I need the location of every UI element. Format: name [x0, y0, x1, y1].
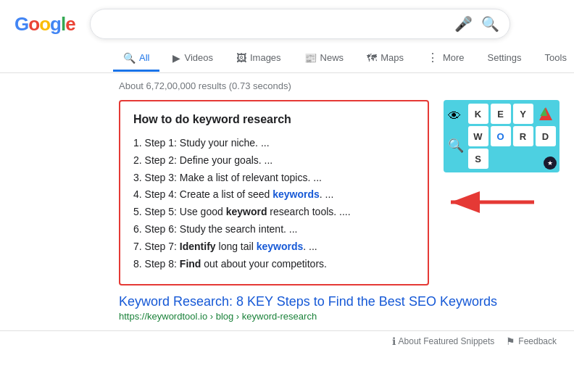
side-panel: 👁 🔍 K E Y W O R D S	[444, 100, 560, 285]
tab-videos[interactable]: ▶ Videos	[162, 45, 223, 72]
nav-settings-group: Settings Tools	[478, 45, 574, 71]
result-link-url: https://keywordtool.io › blog › keyword-…	[119, 311, 560, 322]
search-bar[interactable]: how to find keywords for seo 🎤 🔍	[90, 9, 510, 39]
kw-letter-k: K	[468, 104, 488, 124]
search-input[interactable]: how to find keywords for seo	[101, 17, 454, 30]
list-item: Step 5: Use good keyword research tools.…	[133, 204, 415, 221]
kw-letter-o: O	[491, 126, 511, 146]
feedback-icon: ⚑	[506, 335, 515, 347]
tools-link[interactable]: Tools	[535, 45, 574, 71]
tab-more[interactable]: ⋮ More	[417, 43, 475, 72]
feedback-link[interactable]: ⚑ Feedback	[506, 335, 557, 347]
list-item: Step 1: Study your niche. ...	[133, 135, 415, 152]
list-item: Step 7: Identify long tail keywords. ...	[133, 238, 415, 256]
about-snippets-link[interactable]: ℹ About Featured Snippets	[392, 335, 495, 347]
kw-letter-e1: E	[491, 104, 511, 124]
all-icon: 🔍	[123, 52, 136, 64]
settings-link[interactable]: Settings	[478, 45, 532, 71]
results-count: About 6,72,00,000 results (0.73 seconds)	[0, 73, 574, 94]
videos-icon: ▶	[172, 52, 180, 64]
snippet-steps: Step 1: Study your niche. ... Step 2: De…	[133, 135, 415, 272]
images-icon: 🖼	[236, 52, 246, 64]
list-item: Step 4: Create a list of seed keywords. …	[133, 186, 415, 204]
list-item: Step 8: Find out about your competitors.	[133, 256, 415, 273]
keywords-image: 👁 🔍 K E Y W O R D S	[444, 100, 560, 172]
list-item: Step 6: Study the search intent. ...	[133, 221, 415, 238]
tab-news[interactable]: 📰 News	[294, 45, 354, 72]
kw-grid: K E Y W O R D	[468, 104, 556, 146]
microphone-icon[interactable]: 🎤	[454, 15, 473, 33]
magnifier-icon: 🔍	[448, 138, 464, 154]
kw-letter-r: R	[513, 126, 533, 146]
bottom-bar: ℹ About Featured Snippets ⚑ Feedback	[0, 330, 574, 351]
kw-letter-w: W	[468, 126, 488, 146]
result-link-section: Keyword Research: 8 KEY Steps to Find th…	[0, 291, 574, 325]
result-link-title[interactable]: Keyword Research: 8 KEY Steps to Find th…	[119, 294, 497, 309]
tab-all[interactable]: 🔍 All	[113, 45, 159, 72]
maps-icon: 🗺	[367, 52, 377, 64]
search-icon[interactable]: 🔍	[481, 15, 499, 33]
more-dots-icon: ⋮	[427, 51, 439, 64]
kw-letter-y: Y	[513, 104, 533, 124]
eye-icon: 👁	[448, 109, 461, 124]
list-item: Step 3: Make a list of relevant topics. …	[133, 170, 415, 187]
google-logo: Google	[14, 13, 75, 36]
tab-maps[interactable]: 🗺 Maps	[357, 45, 414, 72]
kw-letter-s: S	[468, 149, 488, 169]
red-arrow	[444, 184, 538, 223]
kw-badge: ★	[544, 157, 557, 170]
list-item: Step 2: Define your goals. ...	[133, 152, 415, 170]
kw-triangle	[536, 104, 556, 124]
info-icon: ℹ	[392, 335, 396, 347]
news-icon: 📰	[304, 52, 317, 64]
main-content: How to do keyword research Step 1: Study…	[0, 94, 574, 291]
nav-tabs: 🔍 All ▶ Videos 🖼 Images 📰 News 🗺 Maps ⋮ …	[0, 39, 574, 73]
snippet-title: How to do keyword research	[133, 113, 415, 126]
featured-snippet: How to do keyword research Step 1: Study…	[119, 100, 429, 285]
red-arrow-container	[444, 178, 560, 229]
header: Google how to find keywords for seo 🎤 🔍	[0, 0, 574, 39]
tab-images[interactable]: 🖼 Images	[226, 45, 291, 72]
kw-letter-d: D	[536, 126, 556, 146]
